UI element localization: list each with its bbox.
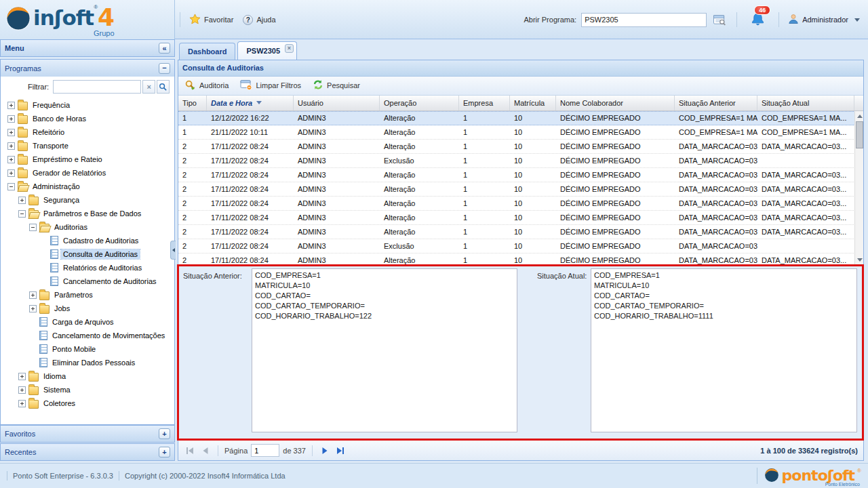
programs-section-header[interactable]: Programas − — [0, 59, 175, 77]
filter-search-button[interactable] — [157, 80, 170, 94]
close-tab-icon[interactable]: × — [285, 44, 294, 53]
tree-item-eliminar-dados-pessoais[interactable]: Eliminar Dados Pessoais — [1, 356, 174, 369]
expand-plus-icon[interactable] — [18, 197, 26, 204]
tree-item-gerador-de-relatorios[interactable]: Gerador de Relatórios — [1, 166, 174, 180]
table-row[interactable]: 217/11/2022 08:24ADMIN3Alteração110DÉCIM… — [178, 211, 863, 225]
table-row[interactable]: 217/11/2022 08:24ADMIN3Alteração110DÉCIM… — [178, 182, 863, 197]
table-cell: 17/11/2022 08:24 — [207, 154, 294, 167]
expand-plus-icon[interactable] — [18, 386, 26, 394]
tree-item-auditorias[interactable]: Auditorias — [1, 220, 174, 234]
tree-item-carga-de-arquivos[interactable]: Carga de Arquivos — [1, 315, 174, 329]
column-header-empresa[interactable]: Empresa — [459, 96, 510, 110]
tree-item-administracao[interactable]: Administração — [1, 180, 174, 193]
table-cell: 17/11/2022 08:24 — [207, 225, 294, 239]
vertical-scrollbar[interactable] — [854, 111, 863, 265]
table-row[interactable]: 112/12/2022 16:22ADMIN3Alteração110DÉCIM… — [178, 111, 863, 125]
previous-page-button[interactable] — [199, 445, 212, 457]
table-cell: Alteração — [380, 211, 459, 224]
favorites-section-header[interactable]: Favoritos + — [0, 425, 175, 443]
table-row[interactable]: 121/11/2022 10:11ADMIN3Alteração110DÉCIM… — [178, 125, 863, 140]
column-header-situacao-anterior[interactable]: Situação Anterior — [675, 96, 757, 110]
expand-plus-icon[interactable] — [7, 115, 15, 123]
page-number-input[interactable] — [251, 444, 279, 457]
filter-clear-button[interactable]: × — [142, 80, 155, 94]
tree-item-ponto-mobile[interactable]: Ponto Mobile — [1, 342, 174, 356]
favorite-button[interactable]: Favoritar — [184, 11, 238, 28]
table-row[interactable]: 217/11/2022 08:24ADMIN3Alteração110DÉCIM… — [178, 197, 863, 211]
tab-dashboard[interactable]: Dashboard — [179, 43, 235, 60]
expand-section-button[interactable]: + — [159, 428, 170, 439]
expand-plus-icon[interactable] — [18, 373, 26, 380]
tree-item-consulta-de-auditorias[interactable]: Consulta de Auditorias — [1, 247, 174, 261]
audit-button[interactable]: Auditoria — [181, 77, 234, 94]
table-row[interactable]: 217/11/2022 08:24ADMIN3Exclusão110DÉCIMO… — [178, 154, 863, 168]
table-cell: 10 — [510, 197, 556, 210]
scroll-up-icon[interactable] — [856, 113, 863, 120]
tree-item-parametros-e-base-de-dados[interactable]: Parâmetros e Base de Dados — [1, 207, 174, 220]
column-header-operacao[interactable]: Operação — [380, 96, 459, 110]
column-header-nome-colaborador[interactable]: Nome Colaborador — [556, 96, 675, 110]
expand-section-button[interactable]: + — [159, 447, 170, 458]
table-cell: DÉCIMO EMPREGADO — [556, 239, 675, 253]
tree-item-emprestimo-e-rateio[interactable]: Empréstimo e Rateio — [1, 152, 174, 166]
table-row[interactable]: 217/11/2022 08:24ADMIN3Alteração110DÉCIM… — [178, 253, 863, 265]
search-button[interactable]: Pesquisar — [309, 77, 366, 94]
tree-item-frequencia[interactable]: Frequência — [1, 98, 174, 112]
current-situation-text[interactable]: COD_EMPRESA=1 MATRICULA=10 COD_CARTAO= C… — [591, 268, 857, 432]
tree-item-sistema[interactable]: Sistema — [1, 383, 174, 396]
collapse-minus-icon[interactable] — [29, 224, 37, 231]
tree-item-jobs[interactable]: Jobs — [1, 302, 174, 315]
expand-plus-icon[interactable] — [29, 291, 37, 299]
tree-item-cancelamento-de-auditorias[interactable]: Cancelamento de Auditorias — [1, 274, 174, 288]
open-program-input[interactable] — [581, 13, 707, 27]
tree-item-transporte[interactable]: Transporte — [1, 139, 174, 152]
tree-item-relatorios-de-auditorias[interactable]: Relatórios de Auditorias — [1, 261, 174, 274]
previous-situation-text[interactable]: COD_EMPRESA=1 MATRICULA=10 COD_CARTAO= C… — [252, 268, 517, 432]
column-header-matricula[interactable]: Matrícula — [510, 96, 556, 110]
tree-item-refeitorio[interactable]: Refeitório — [1, 125, 174, 139]
tree-item-parametros[interactable]: Parâmetros — [1, 288, 174, 302]
scroll-down-icon[interactable] — [856, 256, 863, 264]
doc-icon — [39, 331, 47, 340]
tab-psw2305[interactable]: PSW2305 × — [237, 41, 297, 60]
table-row[interactable]: 217/11/2022 08:24ADMIN3Alteração110DÉCIM… — [178, 140, 863, 154]
user-menu-button[interactable]: Administrador — [788, 14, 860, 26]
scrollbar-thumb[interactable] — [856, 121, 863, 148]
expand-plus-icon[interactable] — [29, 305, 37, 312]
expand-plus-icon[interactable] — [18, 400, 26, 407]
column-header-situacao-atual[interactable]: Situação Atual — [757, 96, 854, 110]
first-page-button[interactable] — [184, 445, 196, 457]
help-button[interactable]: ? Ajuda — [238, 12, 280, 28]
notifications-button[interactable]: 46 — [746, 11, 770, 29]
collapse-section-button[interactable]: − — [159, 63, 170, 74]
clear-filters-button[interactable]: Limpar Filtros — [237, 77, 307, 94]
expand-plus-icon[interactable] — [7, 102, 15, 109]
tree-item-seguranca[interactable]: Segurança — [1, 193, 174, 207]
table-row[interactable]: 217/11/2022 08:24ADMIN3Exclusão110DÉCIMO… — [178, 239, 863, 253]
column-header-data-e-hora[interactable]: Data e Hora — [207, 96, 294, 110]
expand-plus-icon[interactable] — [7, 129, 15, 136]
tree-item-idioma[interactable]: Idioma — [1, 369, 174, 383]
column-header-usuario[interactable]: Usuário — [294, 96, 380, 110]
column-header-tipo[interactable]: Tipo — [178, 96, 207, 110]
sidebar-collapse-handle[interactable] — [170, 241, 176, 260]
tree-item-coletores[interactable]: Coletores — [1, 396, 174, 410]
tree-item-banco-de-horas[interactable]: Banco de Horas — [1, 112, 174, 125]
expand-plus-icon[interactable] — [7, 156, 15, 163]
table-row[interactable]: 217/11/2022 08:24ADMIN3Alteração110DÉCIM… — [178, 168, 863, 182]
recents-section-header[interactable]: Recentes + — [0, 443, 175, 461]
table-row[interactable]: 217/11/2022 08:24ADMIN3Alteração110DÉCIM… — [178, 225, 863, 239]
browse-program-button[interactable] — [711, 13, 728, 27]
last-page-button[interactable] — [334, 445, 347, 457]
filter-input[interactable] — [53, 80, 141, 94]
expand-plus-icon[interactable] — [7, 169, 15, 177]
expand-plus-icon[interactable] — [7, 142, 15, 150]
sidebar-collapse-button[interactable]: « — [159, 43, 170, 54]
tree-item-cancelamento-de-movimentacoes[interactable]: Cancelamento de Movimentações — [1, 329, 174, 342]
next-page-button[interactable] — [319, 445, 331, 457]
tree-item-cadastro-de-auditorias[interactable]: Cadastro de Auditorias — [1, 234, 174, 247]
collapse-minus-icon[interactable] — [18, 210, 26, 218]
detail-panel: Situação Anterior: COD_EMPRESA=1 MATRICU… — [178, 264, 863, 440]
collapse-minus-icon[interactable] — [7, 183, 15, 190]
folder-icon — [18, 142, 28, 151]
